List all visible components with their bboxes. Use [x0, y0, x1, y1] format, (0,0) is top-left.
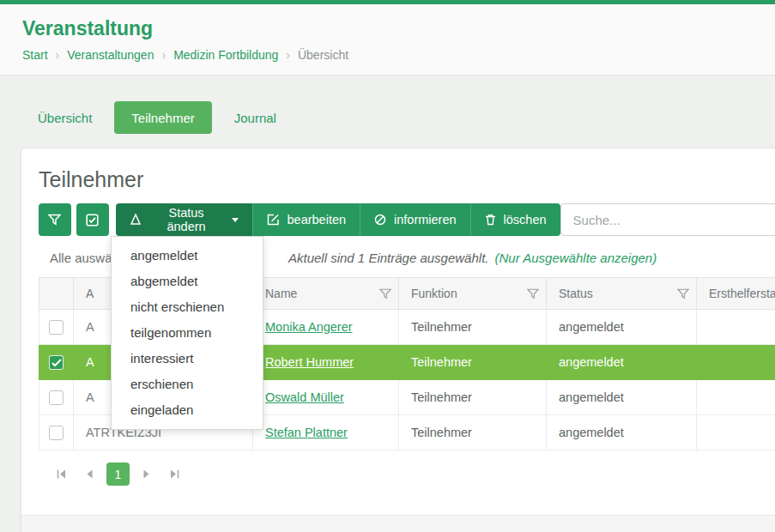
search-input[interactable]	[560, 203, 775, 236]
breadcrumb-veranstaltungen[interactable]: Veranstaltungen	[67, 48, 154, 62]
delete-button[interactable]: löschen	[470, 203, 560, 236]
row-status: angemeldet	[547, 345, 697, 380]
action-button-group: Status ändern bearbeiten informieren	[116, 203, 560, 236]
breadcrumb: Start › Veranstaltungen › Medizin Fortbi…	[22, 48, 753, 62]
column-filter-funnel-icon[interactable]	[527, 288, 539, 299]
panel-footer	[21, 515, 775, 532]
page-header: Veranstaltung Start › Veranstaltungen › …	[0, 4, 775, 76]
column-header-funktion: Funktion	[399, 278, 547, 310]
row-status: angemeldet	[547, 415, 697, 450]
breadcrumb-current: Übersicht	[298, 48, 348, 62]
column-header-name: Name	[253, 278, 399, 310]
panel-heading: Teilnehmer	[39, 167, 775, 191]
menu-item-teilgenommen[interactable]: teilgenommen	[112, 320, 263, 346]
column-filter-funnel-icon[interactable]	[379, 288, 391, 299]
breadcrumb-medizin-fortbildung[interactable]: Medizin Fortbildung	[173, 48, 278, 62]
participant-name-link[interactable]: Stefan Plattner	[265, 426, 348, 439]
row-funktion: Teilnehmer	[399, 415, 547, 450]
row-funktion: Teilnehmer	[399, 310, 547, 345]
select-button[interactable]	[76, 203, 109, 236]
row-funktion: Teilnehmer	[399, 380, 547, 415]
row-status: angemeldet	[547, 310, 697, 345]
row-ersthelferstatus	[697, 310, 775, 345]
chevron-down-icon	[232, 218, 239, 222]
edit-button[interactable]: bearbeiten	[252, 203, 360, 236]
show-selected-link[interactable]: (Nur Ausgewählte anzeigen)	[494, 251, 657, 265]
status-change-label: Status ändern	[149, 206, 224, 233]
row-ersthelferstatus	[697, 380, 775, 415]
row-ersthelferstatus	[697, 345, 775, 380]
delete-label: löschen	[504, 213, 547, 227]
inform-label: informieren	[394, 213, 457, 227]
previous-page-button[interactable]	[78, 462, 101, 486]
tab-teilnehmer[interactable]: Teilnehmer	[114, 101, 211, 134]
menu-item-abgemeldet[interactable]: abgemeldet	[112, 269, 263, 294]
participant-name-link[interactable]: Robert Hummer	[265, 355, 354, 369]
row-ersthelferstatus	[697, 415, 775, 450]
row-checkbox[interactable]	[49, 320, 64, 335]
first-page-button[interactable]	[50, 462, 73, 486]
menu-item-nicht-erschienen[interactable]: nicht erschienen	[112, 294, 263, 320]
participant-name-link[interactable]: Monika Angerer	[265, 320, 353, 334]
row-checkbox[interactable]	[49, 390, 64, 405]
tab-journal[interactable]: Journal	[231, 101, 280, 134]
edit-icon	[267, 214, 280, 226]
slashed-circle-icon	[374, 214, 386, 226]
inform-button[interactable]: informieren	[360, 203, 470, 236]
filter-button[interactable]	[39, 203, 71, 236]
column-header-status: Status	[547, 278, 697, 310]
breadcrumb-separator: ›	[286, 48, 290, 62]
row-status: angemeldet	[547, 380, 697, 415]
edit-label: bearbeiten	[288, 213, 347, 227]
status-dropdown-menu: angemeldet abgemeldet nicht erschienen t…	[111, 236, 263, 430]
participant-name-link[interactable]: Oswald Müller	[265, 390, 344, 404]
selection-summary: Aktuell sind 1 Einträge ausgewählt.	[288, 251, 488, 265]
status-change-icon	[130, 214, 142, 226]
tab-bar: Übersicht Teilnehmer Journal	[0, 101, 775, 134]
column-header-ersthelferstatus: Ersthelferstatus	[697, 278, 775, 310]
trash-icon	[485, 214, 496, 226]
pagination: 1	[50, 462, 775, 486]
tab-uebersicht[interactable]: Übersicht	[34, 101, 95, 134]
breadcrumb-start[interactable]: Start	[22, 48, 48, 62]
toolbar: Status ändern bearbeiten informieren	[39, 203, 775, 236]
menu-item-erschienen[interactable]: erschienen	[112, 372, 263, 397]
filter-funnel-icon	[48, 214, 61, 226]
breadcrumb-separator: ›	[56, 48, 60, 62]
next-page-button[interactable]	[135, 462, 158, 486]
checkbox-column-header	[39, 278, 74, 310]
row-checkbox-checked[interactable]	[49, 355, 64, 370]
column-filter-funnel-icon[interactable]	[677, 288, 689, 299]
last-page-button[interactable]	[163, 462, 186, 486]
page-title: Veranstaltung	[22, 17, 753, 39]
breadcrumb-separator: ›	[161, 48, 166, 62]
checkbox-icon	[86, 214, 99, 227]
row-checkbox[interactable]	[49, 426, 64, 440]
participants-panel: Teilnehmer Status ändern	[21, 148, 775, 532]
current-page-indicator[interactable]: 1	[106, 462, 130, 486]
status-change-button[interactable]: Status ändern	[116, 203, 252, 236]
row-funktion: Teilnehmer	[399, 345, 547, 380]
menu-item-eingeladen[interactable]: eingeladen	[112, 397, 263, 423]
menu-item-angemeldet[interactable]: angemeldet	[112, 243, 263, 269]
menu-item-interessiert[interactable]: interessiert	[112, 346, 263, 372]
